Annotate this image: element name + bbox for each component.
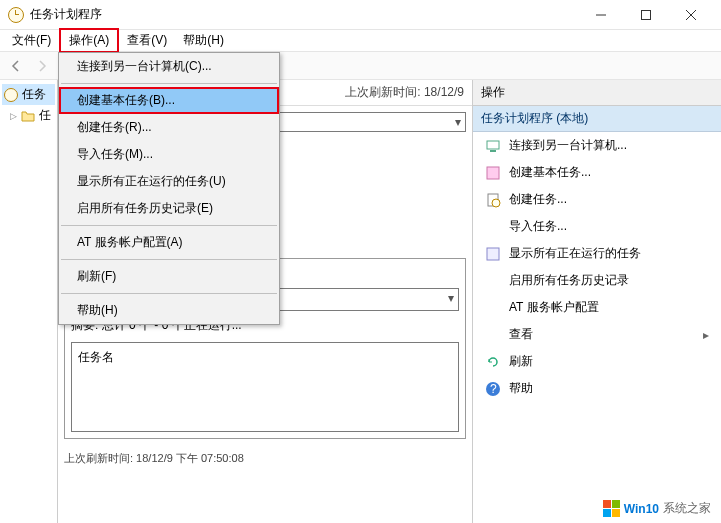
- menu-refresh[interactable]: 刷新(F): [59, 263, 279, 290]
- task-icon: [485, 192, 501, 208]
- svg-rect-8: [487, 141, 499, 149]
- back-arrow-icon: [9, 59, 23, 73]
- action-show-running[interactable]: 显示所有正在运行的任务: [473, 240, 721, 267]
- menu-action[interactable]: 操作(A): [59, 28, 119, 53]
- folder-icon: [21, 110, 35, 122]
- running-icon: [485, 246, 501, 262]
- action-import[interactable]: 导入任务...: [473, 213, 721, 240]
- action-connect-label: 连接到另一台计算机...: [509, 137, 627, 154]
- last-refresh-header: 上次刷新时间: 18/12/9: [345, 84, 464, 101]
- action-at-service-label: AT 服务帐户配置: [509, 299, 599, 316]
- forward-button[interactable]: [30, 55, 54, 77]
- menu-separator: [61, 293, 277, 294]
- minimize-icon: [596, 10, 606, 20]
- refresh-icon: [485, 354, 501, 370]
- action-create-basic-label: 创建基本任务...: [509, 164, 591, 181]
- history-icon: [485, 273, 501, 289]
- action-menu-dropdown: 连接到另一台计算机(C)... 创建基本任务(B)... 创建任务(R)... …: [58, 52, 280, 325]
- svg-text:?: ?: [490, 382, 497, 396]
- at-config-icon: [485, 300, 501, 316]
- menubar: 文件(F) 操作(A) 查看(V) 帮助(H): [0, 30, 721, 52]
- titlebar: 任务计划程序: [0, 0, 721, 30]
- action-show-running-label: 显示所有正在运行的任务: [509, 245, 641, 262]
- computer-icon: [485, 138, 501, 154]
- menu-help[interactable]: 帮助(H): [59, 297, 279, 324]
- svg-point-12: [492, 199, 500, 207]
- tree-root-label: 任务: [22, 86, 46, 103]
- chevron-right-icon: ▷: [10, 111, 17, 121]
- menu-separator: [61, 259, 277, 260]
- maximize-icon: [641, 10, 651, 20]
- footer-refresh-time: 上次刷新时间: 18/12/9 下午 07:50:08: [58, 445, 472, 472]
- task-name-header: 任务名: [78, 349, 452, 366]
- back-button[interactable]: [4, 55, 28, 77]
- action-help[interactable]: ? 帮助: [473, 375, 721, 402]
- action-connect[interactable]: 连接到另一台计算机...: [473, 132, 721, 159]
- tree-lib-label: 任: [39, 107, 51, 124]
- task-name-list[interactable]: 任务名: [71, 342, 459, 432]
- menu-separator: [61, 83, 277, 84]
- action-create-task-label: 创建任务...: [509, 191, 567, 208]
- action-at-service[interactable]: AT 服务帐户配置: [473, 294, 721, 321]
- action-import-label: 导入任务...: [509, 218, 567, 235]
- action-create-basic[interactable]: 创建基本任务...: [473, 159, 721, 186]
- svg-rect-13: [487, 248, 499, 260]
- menu-enable-history[interactable]: 启用所有任务历史记录(E): [59, 195, 279, 222]
- menu-import[interactable]: 导入任务(M)...: [59, 141, 279, 168]
- menu-file[interactable]: 文件(F): [4, 30, 59, 51]
- watermark-brand: Win10: [624, 502, 659, 516]
- action-enable-history[interactable]: 启用所有任务历史记录: [473, 267, 721, 294]
- import-icon: [485, 219, 501, 235]
- action-view[interactable]: 查看 ▸: [473, 321, 721, 348]
- svg-rect-9: [490, 150, 496, 152]
- actions-pane: 操作 任务计划程序 (本地) 连接到另一台计算机... 创建基本任务... 创建…: [473, 80, 721, 523]
- wizard-icon: [485, 165, 501, 181]
- menu-view[interactable]: 查看(V): [119, 30, 175, 51]
- actions-section-title: 任务计划程序 (本地): [473, 106, 721, 132]
- menu-at-service[interactable]: AT 服务帐户配置(A): [59, 229, 279, 256]
- view-icon: [485, 327, 501, 343]
- windows-logo-icon: [603, 500, 620, 517]
- watermark: Win10 系统之家: [599, 498, 715, 519]
- svg-rect-10: [487, 167, 499, 179]
- action-refresh-label: 刷新: [509, 353, 533, 370]
- action-view-label: 查看: [509, 326, 533, 343]
- tree-root[interactable]: 任务: [2, 84, 55, 105]
- menu-connect[interactable]: 连接到另一台计算机(C)...: [59, 53, 279, 80]
- action-enable-history-label: 启用所有任务历史记录: [509, 272, 629, 289]
- svg-rect-1: [641, 10, 650, 19]
- clock-icon: [8, 7, 24, 23]
- menu-create-task[interactable]: 创建任务(R)...: [59, 114, 279, 141]
- watermark-suffix: 系统之家: [663, 500, 711, 517]
- chevron-right-icon: ▸: [703, 328, 709, 342]
- close-button[interactable]: [668, 1, 713, 29]
- forward-arrow-icon: [35, 59, 49, 73]
- menu-separator: [61, 225, 277, 226]
- menu-create-basic[interactable]: 创建基本任务(B)...: [59, 87, 279, 114]
- menu-help[interactable]: 帮助(H): [175, 30, 232, 51]
- maximize-button[interactable]: [623, 1, 668, 29]
- action-help-label: 帮助: [509, 380, 533, 397]
- menu-show-running[interactable]: 显示所有正在运行的任务(U): [59, 168, 279, 195]
- minimize-button[interactable]: [578, 1, 623, 29]
- action-create-task[interactable]: 创建任务...: [473, 186, 721, 213]
- left-tree-pane: 任务 ▷ 任: [0, 80, 58, 523]
- actions-header: 操作: [473, 80, 721, 106]
- clock-icon: [4, 88, 18, 102]
- action-refresh[interactable]: 刷新: [473, 348, 721, 375]
- window-title: 任务计划程序: [30, 6, 578, 23]
- help-icon: ?: [485, 381, 501, 397]
- tree-library[interactable]: ▷ 任: [2, 105, 55, 126]
- close-icon: [686, 10, 696, 20]
